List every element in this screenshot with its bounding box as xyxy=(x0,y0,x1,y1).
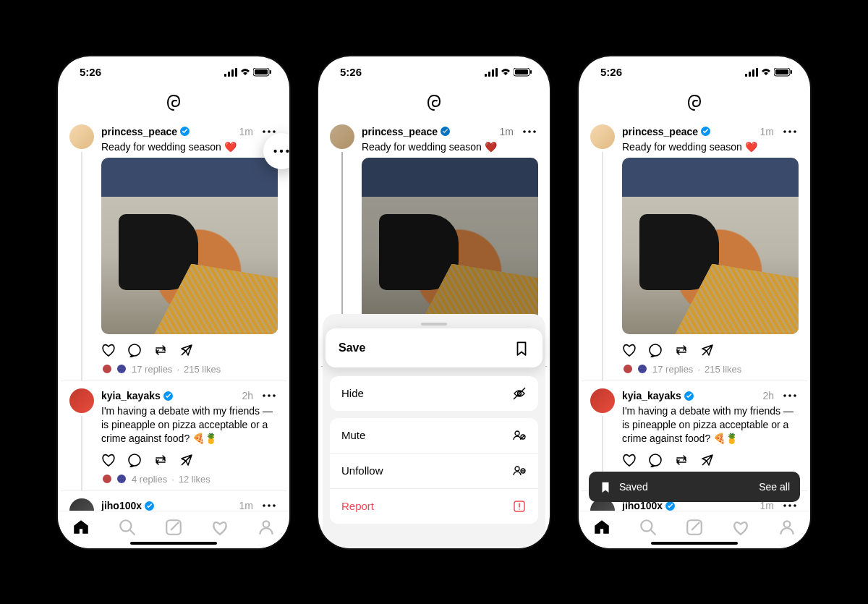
sheet-save-button[interactable]: Save xyxy=(326,328,542,367)
avatar[interactable] xyxy=(69,124,94,149)
repost-button[interactable] xyxy=(674,453,689,467)
post-text: Ready for wedding season ❤️ xyxy=(622,140,799,154)
eye-off-icon xyxy=(512,386,527,401)
post-more-button[interactable] xyxy=(781,388,799,403)
post-username[interactable]: princess_peace xyxy=(101,126,177,137)
like-button[interactable] xyxy=(101,343,116,357)
status-bar: 5:26 xyxy=(579,56,810,88)
battery-icon xyxy=(253,68,272,77)
threads-logo-icon[interactable] xyxy=(686,94,703,111)
post-more-button xyxy=(521,124,538,139)
threads-logo-icon[interactable] xyxy=(165,94,182,111)
post-stats[interactable]: 4 replies · 12 likes xyxy=(101,473,278,485)
mute-icon xyxy=(512,428,527,443)
reply-button[interactable] xyxy=(648,343,663,357)
post-username[interactable]: kyia_kayaks xyxy=(101,390,161,401)
like-button[interactable] xyxy=(622,343,637,357)
post-timestamp: 1m xyxy=(239,126,253,137)
share-button[interactable] xyxy=(700,453,715,467)
app-header xyxy=(58,88,289,117)
sheet-hide-button[interactable]: Hide xyxy=(330,376,538,411)
post[interactable]: kyia_kayaks 2h I'm having a debate with … xyxy=(61,381,286,491)
app-header xyxy=(318,88,550,117)
post-image[interactable] xyxy=(101,158,278,334)
share-button[interactable] xyxy=(700,343,715,357)
feed[interactable]: princess_peace 1m Ready for wedding seas… xyxy=(579,117,810,511)
post-text: Ready for wedding season ❤️ xyxy=(362,140,538,154)
thread-line xyxy=(602,152,603,381)
likes-count[interactable]: 215 likes xyxy=(184,364,221,375)
tab-profile[interactable] xyxy=(257,518,276,537)
post-image[interactable] xyxy=(622,158,799,334)
tab-activity[interactable] xyxy=(731,518,750,537)
wifi-icon xyxy=(501,68,511,77)
post-stats[interactable]: 17 replies · 215 likes xyxy=(101,363,278,375)
post[interactable]: princess_peace 1m Ready for wedding seas… xyxy=(61,117,286,382)
sheet-report-button[interactable]: Report xyxy=(330,488,538,524)
report-icon xyxy=(512,499,527,514)
replier-avatar xyxy=(101,363,113,375)
verified-icon xyxy=(441,127,450,136)
post-username[interactable]: princess_peace xyxy=(622,126,698,137)
share-button[interactable] xyxy=(179,453,194,467)
avatar[interactable] xyxy=(590,124,615,149)
post-username[interactable]: jiho100x xyxy=(101,500,142,510)
tab-search[interactable] xyxy=(118,518,137,537)
threads-logo-icon[interactable] xyxy=(425,94,443,111)
repost-button[interactable] xyxy=(153,453,168,467)
repost-button[interactable] xyxy=(674,343,689,357)
signal-icon xyxy=(745,68,758,77)
verified-icon xyxy=(163,391,173,401)
post-actions xyxy=(622,450,799,470)
tab-bar xyxy=(58,511,289,548)
post-actions xyxy=(101,450,278,470)
like-button[interactable] xyxy=(622,453,637,467)
sheet-mute-button[interactable]: Mute xyxy=(330,418,538,453)
post[interactable]: princess_peace 1m Ready for wedding seas… xyxy=(582,117,807,382)
post-username[interactable]: kyia_kayaks xyxy=(622,390,681,401)
like-button[interactable] xyxy=(101,453,116,467)
sheet-handle[interactable] xyxy=(421,323,447,326)
verified-icon xyxy=(665,501,675,511)
repost-button[interactable] xyxy=(153,343,168,357)
tab-home[interactable] xyxy=(592,518,611,537)
share-button[interactable] xyxy=(179,343,194,357)
phone-saved-toast: 5:26 princess_peace 1m xyxy=(579,56,810,548)
replies-count[interactable]: 17 replies xyxy=(652,364,693,375)
thread-line xyxy=(81,152,82,381)
verified-icon xyxy=(684,391,694,401)
replies-count[interactable]: 17 replies xyxy=(132,364,172,375)
post-stats[interactable]: 17 replies · 215 likes xyxy=(622,363,799,375)
sheet-unfollow-label: Unfollow xyxy=(341,464,383,477)
post-image xyxy=(362,158,538,334)
sheet-hide-label: Hide xyxy=(341,387,364,399)
avatar[interactable] xyxy=(590,388,615,413)
post-more-button[interactable] xyxy=(260,498,278,510)
likes-count[interactable]: 215 likes xyxy=(705,364,741,375)
tab-home[interactable] xyxy=(72,518,90,537)
toast-see-all[interactable]: See all xyxy=(759,481,790,493)
tab-compose[interactable] xyxy=(685,518,704,537)
reply-button[interactable] xyxy=(127,453,142,467)
post-timestamp: 2h xyxy=(242,390,253,401)
unfollow-icon xyxy=(512,464,527,478)
post-timestamp: 1m xyxy=(500,126,514,137)
wifi-icon xyxy=(240,68,250,77)
feed[interactable]: princess_peace 1m Ready for wedding seas… xyxy=(58,117,289,511)
reply-button[interactable] xyxy=(127,343,142,357)
tab-activity[interactable] xyxy=(210,518,229,537)
reply-button[interactable] xyxy=(648,453,663,467)
signal-icon xyxy=(485,68,498,77)
avatar[interactable] xyxy=(69,388,94,413)
likes-count[interactable]: 12 likes xyxy=(179,474,210,485)
tab-compose[interactable] xyxy=(164,518,183,537)
replies-count[interactable]: 4 replies xyxy=(132,474,167,485)
app-header xyxy=(579,88,810,117)
post-more-button[interactable] xyxy=(781,124,799,139)
post-more-button[interactable] xyxy=(260,388,278,403)
post[interactable]: jiho100x 1m Don't let my Italian grandma… xyxy=(61,491,286,510)
tab-search[interactable] xyxy=(639,518,658,537)
sheet-unfollow-button[interactable]: Unfollow xyxy=(330,453,538,488)
tab-profile[interactable] xyxy=(778,518,796,537)
avatar[interactable] xyxy=(69,498,94,510)
